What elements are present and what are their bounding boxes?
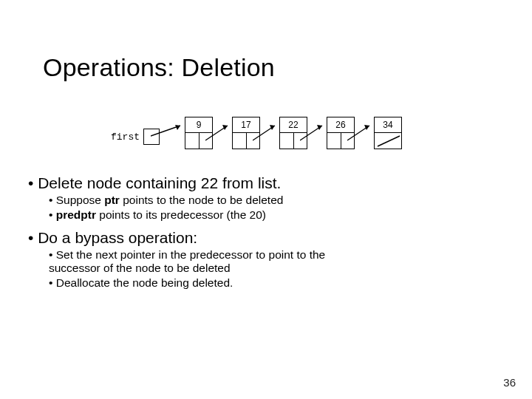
first-pointer-label: first (111, 132, 140, 143)
svg-marker-5 (270, 125, 275, 130)
node-ptr-cell (327, 133, 341, 149)
bullet-level2: Deallocate the node being deleted. (49, 276, 501, 290)
text-bold: ptr (104, 194, 120, 206)
slide-body: Delete node containing 22 from list. Sup… (28, 171, 501, 291)
arrow-icon (300, 121, 330, 143)
bullet-level2: predptr points to its predecessor (the 2… (49, 208, 501, 222)
arrow-icon (253, 121, 282, 143)
linked-list-diagram: first 9 17 22 2 (111, 109, 421, 161)
arrow-icon (347, 121, 377, 143)
node-ptr-cell (232, 133, 246, 149)
slide-title: Operations: Deletion (43, 53, 275, 82)
null-slash-icon (376, 134, 401, 148)
svg-line-10 (378, 136, 400, 146)
node-ptr-cell (185, 133, 199, 149)
text-run: points to its predecessor (the 20) (96, 208, 266, 221)
svg-line-0 (151, 126, 180, 136)
node-null-ptr-cell (374, 133, 402, 149)
bullet-level2: Suppose ptr points to the node to be del… (49, 194, 501, 207)
text-run: points to the node to be deleted (120, 194, 283, 206)
arrow-icon (205, 121, 235, 143)
text-bold: predptr (56, 208, 96, 221)
bullet-level1: Delete node containing 22 from list. (28, 174, 501, 192)
list-node: 34 (374, 117, 402, 149)
svg-marker-9 (364, 125, 369, 130)
node-value: 34 (374, 117, 402, 133)
bullet-level2: Set the next pointer in the predecessor … (49, 248, 359, 275)
bullet-level1: Do a bypass operation: (28, 229, 501, 247)
slide: Operations: Deletion first 9 17 22 (0, 0, 532, 399)
arrow-first-to-node0 (151, 121, 188, 143)
text-run: Suppose (56, 194, 105, 206)
svg-marker-3 (222, 125, 228, 130)
page-number: 36 (503, 376, 516, 389)
node-ptr-cell (279, 133, 293, 149)
svg-marker-7 (317, 125, 322, 130)
